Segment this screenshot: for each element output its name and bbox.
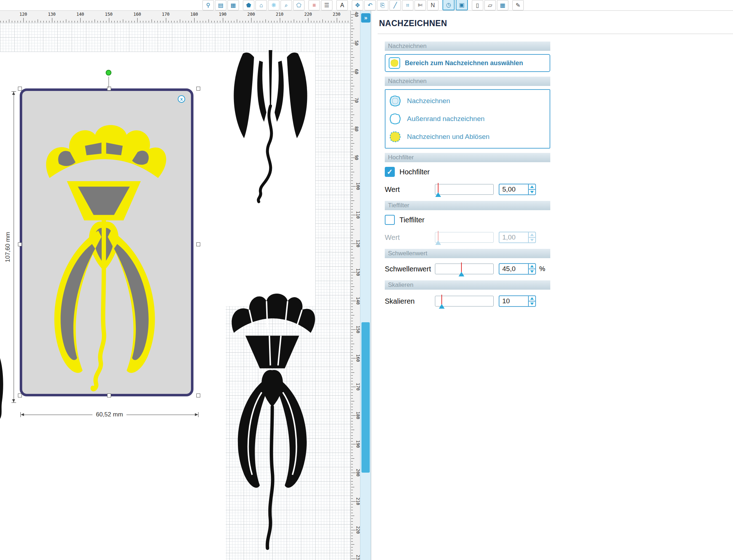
page-setup-icon[interactable]: ▯ bbox=[472, 0, 483, 10]
ruler-tick bbox=[351, 54, 353, 55]
knife-icon[interactable]: ✄ bbox=[415, 0, 426, 10]
ruler-tick bbox=[351, 26, 353, 26]
hatch-style-icon[interactable]: ☰ bbox=[321, 0, 332, 10]
traced-object[interactable]: x bbox=[20, 88, 193, 396]
ruler-tick bbox=[351, 418, 353, 419]
source-design-bottom[interactable] bbox=[224, 281, 320, 554]
ruler-tick bbox=[197, 21, 197, 23]
select-trace-area-button[interactable]: Bereich zum Nachzeichnen auswählen bbox=[385, 54, 550, 72]
scale-spinner[interactable] bbox=[528, 296, 535, 306]
trace-option-outer-edge[interactable]: Außenrand nachzeichnen bbox=[388, 110, 547, 128]
high-filter-checkbox[interactable]: ✓ bbox=[385, 167, 395, 177]
ruler-label: 130 bbox=[48, 12, 56, 17]
zoom-drag-icon[interactable]: ⚲ bbox=[202, 0, 214, 10]
ruler-tick bbox=[351, 498, 353, 499]
fill-page-icon[interactable]: ▤ bbox=[215, 0, 226, 10]
media-setup-icon[interactable]: ▱ bbox=[484, 0, 496, 10]
ruler-tick bbox=[351, 63, 353, 63]
ruler-tick bbox=[351, 481, 353, 482]
spinner-down-icon[interactable] bbox=[530, 270, 534, 273]
threshold-input[interactable]: 45,0 bbox=[499, 263, 536, 275]
ruler-tick bbox=[131, 21, 132, 23]
ruler-tick bbox=[351, 390, 353, 390]
canvas[interactable]: x 107,60 mm 60,52 mm bbox=[0, 23, 350, 560]
replicate-icon[interactable]: ⎘ bbox=[377, 0, 388, 10]
handle-bottom-right[interactable] bbox=[196, 394, 200, 397]
grid-settings-icon[interactable]: ▦ bbox=[497, 0, 508, 10]
handle-top-middle[interactable] bbox=[107, 87, 111, 91]
width-dimension-label: 60,52 mm bbox=[92, 411, 127, 418]
undo-icon[interactable]: ↶ bbox=[364, 0, 376, 10]
move-tool-icon[interactable]: ✥ bbox=[352, 0, 363, 10]
eraser-icon[interactable]: ⬠ bbox=[293, 0, 305, 10]
vertical-scrollbar[interactable]: » bbox=[360, 11, 371, 560]
trace-option-trace-detach[interactable]: Nachzeichnen und Ablösen bbox=[388, 128, 547, 146]
polygon-tool-icon[interactable]: ⬟ bbox=[243, 0, 254, 10]
ruler-tick bbox=[188, 21, 189, 23]
scale-input[interactable]: 10 bbox=[499, 295, 536, 307]
threshold-spinner[interactable] bbox=[528, 264, 535, 274]
threshold-slider[interactable] bbox=[435, 264, 494, 274]
handle-bottom-middle[interactable] bbox=[107, 394, 111, 397]
ruler-tick bbox=[100, 21, 101, 23]
ruler-tick bbox=[228, 21, 229, 23]
flexi-shape-icon[interactable]: ❋ bbox=[268, 0, 279, 10]
text-tool-icon[interactable]: A bbox=[336, 0, 348, 10]
modify-icon[interactable]: ⌗ bbox=[402, 0, 413, 10]
trace-panel-icon[interactable]: ▣ bbox=[456, 0, 468, 10]
low-filter-checkbox[interactable] bbox=[385, 215, 395, 225]
ruler-tick bbox=[351, 132, 353, 132]
ruler-tick bbox=[351, 117, 353, 118]
high-filter-value-input[interactable]: 5,00 bbox=[499, 184, 536, 195]
ruler-tick bbox=[268, 21, 269, 23]
handle-top-right[interactable] bbox=[196, 87, 200, 91]
scale-slider[interactable] bbox=[435, 296, 494, 306]
ruler-tick bbox=[351, 510, 353, 510]
spinner-down-icon[interactable] bbox=[530, 303, 534, 305]
ruler-tick bbox=[163, 21, 163, 23]
trace-option-label: Nachzeichnen und Ablösen bbox=[407, 133, 489, 141]
scrollbar-thumb[interactable] bbox=[361, 322, 370, 473]
ruler-tick bbox=[351, 252, 353, 252]
draw-pen-icon[interactable]: ✎ bbox=[512, 0, 524, 10]
shape-magnify-icon[interactable]: ⌕ bbox=[281, 0, 292, 10]
ruler-tick bbox=[320, 21, 320, 23]
ruler-tick bbox=[351, 384, 353, 384]
ruler-label: 190 bbox=[219, 12, 227, 17]
ruler-tick bbox=[351, 527, 353, 527]
ruler-tick bbox=[351, 226, 353, 227]
pattern-fill-icon[interactable]: ▦ bbox=[227, 0, 239, 10]
ruler-tick bbox=[351, 74, 353, 75]
rotation-handle[interactable] bbox=[106, 70, 111, 76]
spinner-up-icon[interactable] bbox=[530, 185, 534, 188]
ruler-tick bbox=[351, 152, 353, 152]
ruler-tick bbox=[351, 264, 353, 264]
send-panel-icon[interactable]: ◷ bbox=[442, 0, 455, 10]
ruler-tick bbox=[322, 19, 323, 23]
line-tool-icon[interactable]: ╱ bbox=[389, 0, 401, 10]
ruler-tick bbox=[351, 352, 353, 353]
ruler-tick bbox=[120, 21, 120, 23]
pattern-n-icon[interactable]: N bbox=[427, 0, 439, 10]
ruler-tick bbox=[351, 23, 353, 23]
close-badge[interactable]: x bbox=[178, 95, 185, 103]
line-style-icon[interactable]: ≡ bbox=[308, 0, 320, 10]
handle-top-left[interactable] bbox=[18, 87, 22, 91]
high-filter-slider[interactable] bbox=[435, 184, 494, 195]
ruler-tick bbox=[114, 21, 115, 23]
source-design-top[interactable] bbox=[226, 50, 315, 209]
high-filter-spinner[interactable] bbox=[528, 184, 535, 194]
shape-magnify-icon: ⌕ bbox=[285, 3, 288, 8]
spinner-down-icon[interactable] bbox=[530, 191, 534, 193]
spinner-up-icon[interactable] bbox=[530, 265, 534, 267]
handle-middle-right[interactable] bbox=[196, 242, 200, 246]
source-design-left-edge[interactable] bbox=[0, 358, 5, 419]
spinner-up-icon[interactable] bbox=[530, 297, 534, 300]
ruler-tick bbox=[351, 20, 353, 20]
ruler-tick bbox=[351, 69, 353, 69]
ruler-tick bbox=[351, 180, 353, 181]
freehand-shape-icon[interactable]: ⌂ bbox=[255, 0, 267, 10]
panel-expand-button[interactable]: » bbox=[361, 13, 370, 23]
ruler-tick bbox=[6, 21, 6, 23]
trace-option-trace[interactable]: Nachzeichnen bbox=[388, 92, 547, 110]
